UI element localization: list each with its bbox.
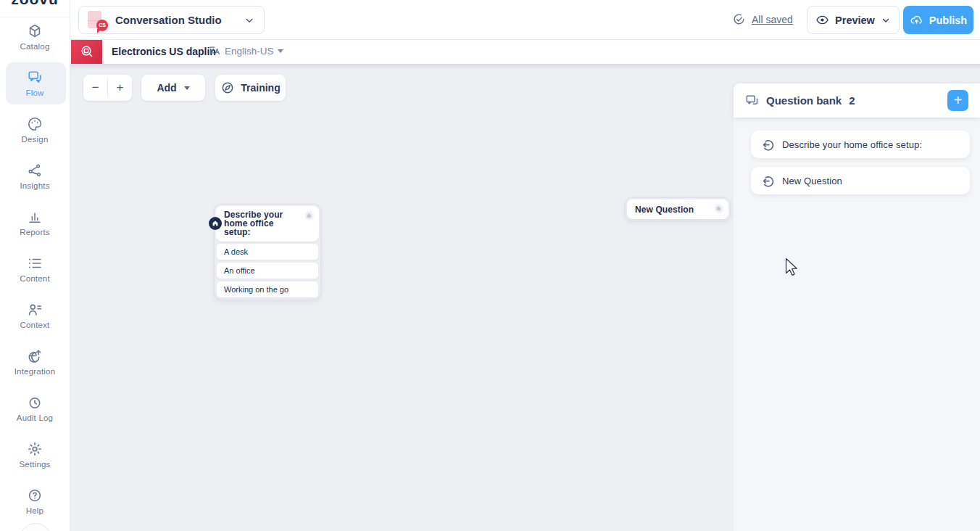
- sidebar-item-integration[interactable]: Integration: [0, 344, 70, 390]
- zoom-in-button[interactable]: +: [108, 75, 132, 101]
- chat-bubbles-icon: [745, 94, 759, 107]
- sidebar-item-catalog[interactable]: Catalog: [0, 19, 70, 65]
- circle-arrow-left-icon: [762, 175, 774, 187]
- sidebar-item-label: Context: [20, 321, 49, 329]
- assistant-search-icon: [71, 40, 102, 64]
- app-switcher-label: Conversation Studio: [115, 14, 244, 26]
- publish-label: Publish: [929, 15, 967, 26]
- logo-container: zoovu: [0, 0, 70, 17]
- person-lines-icon: [27, 302, 43, 318]
- question-bank-header: Question bank 2 +: [734, 83, 980, 118]
- palette-icon: [27, 116, 43, 132]
- compass-icon: [220, 81, 235, 95]
- training-button[interactable]: Training: [215, 75, 286, 101]
- sidebar-item-label: Flow: [25, 88, 43, 97]
- zoovu-logo: zoovu: [0, 0, 70, 8]
- question-bank-count: 2: [849, 94, 855, 107]
- question-bank-title: Question bank: [766, 94, 842, 107]
- flow-node-question-1[interactable]: Describe your home office setup: A desk …: [214, 204, 321, 300]
- sidebar-item-settings[interactable]: Settings: [0, 437, 70, 483]
- top-bar: CS Conversation Studio All saved Preview…: [70, 0, 980, 40]
- question-circle-icon: [27, 487, 43, 503]
- node-header[interactable]: New Question: [627, 199, 728, 219]
- project-bar: Electronics US daplin English-US: [70, 40, 980, 64]
- sidebar-item-content[interactable]: Content: [0, 251, 70, 297]
- add-question-button[interactable]: +: [947, 90, 968, 111]
- sidebar-item-label: Help: [26, 506, 43, 515]
- home-start-badge: [209, 217, 222, 230]
- preview-button[interactable]: Preview: [807, 6, 900, 34]
- chevron-down-icon: [881, 15, 891, 25]
- sidebar-item-label: Reports: [20, 228, 50, 236]
- node-title: Describe your home office setup:: [224, 210, 302, 237]
- sidebar-item-label: Design: [22, 135, 49, 144]
- check-circle-icon: [732, 12, 746, 26]
- zoom-out-button[interactable]: −: [83, 75, 107, 101]
- clock-history-icon: [27, 395, 43, 411]
- training-label: Training: [241, 82, 280, 94]
- share-nodes-icon: [27, 162, 43, 178]
- circle-arrow-left-icon: [762, 139, 774, 151]
- cs-badge: CS: [96, 20, 108, 31]
- bar-chart-icon: [27, 209, 43, 225]
- sidebar: zoovu Catalog Flow Design Insigh: [0, 0, 70, 531]
- cloud-upload-icon: [910, 13, 923, 27]
- question-bank-item-label: New Question: [782, 176, 842, 186]
- list-icon: [27, 255, 43, 271]
- sidebar-item-label: Audit Log: [17, 413, 53, 422]
- caret-down-icon: [184, 86, 190, 93]
- conversation-studio-icon: CS: [88, 10, 107, 30]
- sidebar-nav: Catalog Flow Design Insights Repo: [0, 19, 70, 530]
- sidebar-item-audit-log[interactable]: Audit Log: [0, 390, 70, 437]
- flow-node-question-2[interactable]: New Question: [625, 197, 731, 221]
- question-bank-panel: Describe your home office setup: New Que…: [734, 118, 980, 531]
- catalog-cube-icon: [27, 23, 43, 39]
- sidebar-item-label: Catalog: [20, 42, 49, 51]
- connector-halo-icon[interactable]: [714, 202, 725, 213]
- zoom-controls: − +: [83, 75, 132, 101]
- sidebar-item-insights[interactable]: Insights: [0, 158, 70, 205]
- publish-button[interactable]: Publish: [903, 6, 973, 34]
- node-option[interactable]: Working on the go: [216, 281, 319, 298]
- question-bank-item[interactable]: Describe your home office setup:: [751, 131, 970, 158]
- preview-label: Preview: [835, 15, 875, 26]
- node-option[interactable]: An office: [216, 262, 319, 279]
- question-bank-item[interactable]: New Question: [751, 167, 970, 194]
- node-title: New Question: [635, 205, 694, 214]
- question-bank-item-label: Describe your home office setup:: [782, 139, 922, 150]
- project-title: Electronics US daplin: [112, 46, 216, 57]
- gear-icon: [27, 441, 43, 457]
- connector-halo-icon[interactable]: [304, 210, 315, 221]
- language-selector[interactable]: English-US: [208, 44, 283, 57]
- sidebar-item-flow[interactable]: Flow: [0, 65, 70, 112]
- add-dropdown-button[interactable]: Add: [141, 75, 205, 101]
- caret-down-icon: [278, 49, 283, 56]
- chevron-down-icon: [244, 15, 255, 26]
- translate-icon: [208, 44, 221, 57]
- sidebar-item-label: Settings: [19, 460, 50, 469]
- sidebar-item-design[interactable]: Design: [0, 112, 70, 158]
- language-label: English-US: [225, 46, 274, 57]
- add-label: Add: [157, 82, 176, 94]
- eye-icon: [815, 13, 829, 27]
- node-header[interactable]: Describe your home office setup:: [216, 206, 319, 242]
- app-switcher-dropdown[interactable]: CS Conversation Studio: [78, 6, 265, 34]
- sidebar-item-reports[interactable]: Reports: [0, 205, 70, 251]
- all-saved-status[interactable]: All saved: [732, 12, 793, 26]
- all-saved-label: All saved: [752, 14, 793, 25]
- sidebar-item-label: Content: [20, 274, 50, 283]
- sidebar-item-label: Integration: [14, 367, 56, 376]
- node-option[interactable]: A desk: [216, 243, 319, 260]
- globe-arrow-icon: [27, 348, 43, 364]
- sidebar-item-label: Insights: [20, 181, 49, 190]
- sidebar-item-context[interactable]: Context: [0, 297, 70, 344]
- flow-chat-icon: [27, 70, 43, 86]
